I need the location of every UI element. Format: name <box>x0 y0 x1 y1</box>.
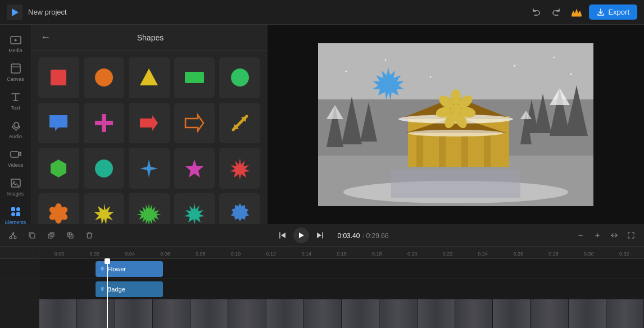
fit-icon <box>610 231 618 239</box>
skip-back-button[interactable] <box>275 228 290 243</box>
shape-flower-orange[interactable] <box>38 193 79 224</box>
badge-clip-label: Badge <box>107 286 125 293</box>
ruler-mark: 0:30 <box>571 251 606 257</box>
badge-clip[interactable]: ❋ Badge <box>96 281 163 297</box>
sidebar-item-canvas[interactable]: Canvas <box>0 58 31 86</box>
video-thumb-seg <box>191 299 228 328</box>
ruler-mark: 0:12 <box>253 251 289 257</box>
ruler-mark: 0:06 <box>147 251 183 257</box>
video-thumb-seg <box>379 299 417 328</box>
shape-sun-yellow[interactable] <box>84 193 125 224</box>
total-time: 0:29.66 <box>366 232 389 240</box>
elements-icon <box>10 206 22 218</box>
playhead[interactable] <box>107 259 108 328</box>
shape-square[interactable] <box>38 57 79 98</box>
ruler-mark: 0:14 <box>289 251 324 257</box>
ruler-mark: 0:16 <box>324 251 360 257</box>
audio-icon <box>10 120 22 132</box>
fit-button[interactable] <box>607 228 622 243</box>
zoom-out-button[interactable] <box>573 228 588 243</box>
shape-cross[interactable] <box>84 103 125 144</box>
svg-marker-85 <box>299 233 304 238</box>
sidebar-item-videos[interactable]: Videos <box>0 144 31 172</box>
undo-icon <box>532 8 541 17</box>
main-area: Media Canvas Text Audio <box>0 25 644 224</box>
crown-icon <box>570 6 583 19</box>
svg-point-58 <box>514 65 516 66</box>
send-backward-button[interactable] <box>63 228 78 243</box>
sidebar-label-videos: Videos <box>8 162 23 168</box>
copy-icon <box>28 231 36 239</box>
svg-rect-20 <box>51 70 66 85</box>
shape-arrow-diagonal[interactable] <box>219 103 260 144</box>
shape-star-teal[interactable] <box>174 193 215 224</box>
app-logo <box>7 4 22 20</box>
svg-marker-22 <box>140 69 158 85</box>
shapes-panel: ← Shapes <box>31 25 267 224</box>
svg-rect-1 <box>572 15 582 17</box>
sidebar-label-media: Media <box>8 48 22 53</box>
svg-rect-51 <box>484 136 491 167</box>
svg-rect-50 <box>461 136 468 167</box>
ruler-mark: 0:26 <box>501 251 536 257</box>
sidebar-item-images[interactable]: Images <box>0 172 31 201</box>
svg-point-57 <box>430 76 432 78</box>
fullscreen-button[interactable] <box>624 228 638 243</box>
export-button[interactable]: Export <box>589 4 637 20</box>
shape-hexagon[interactable] <box>38 148 79 189</box>
shape-star-5[interactable] <box>174 148 215 189</box>
shape-rect-green[interactable] <box>174 57 215 98</box>
shape-star-burst[interactable] <box>219 148 260 189</box>
video-thumb-seg <box>418 299 455 328</box>
svg-marker-40 <box>94 203 114 224</box>
svg-point-21 <box>95 69 113 86</box>
skip-forward-button[interactable] <box>312 228 327 243</box>
yellow-flower-overlay <box>428 81 484 138</box>
shape-arrow-right-red[interactable] <box>129 103 170 144</box>
shape-badge-blue[interactable] <box>219 193 260 224</box>
sidebar-item-elements[interactable]: Elements <box>0 201 31 224</box>
sidebar: Media Canvas Text Audio <box>0 25 31 224</box>
video-thumb-seg <box>342 299 379 328</box>
sidebar-item-text[interactable]: Text <box>0 86 31 115</box>
track-labels <box>0 247 39 328</box>
ruler-mark: 0:20 <box>394 251 430 257</box>
shape-circle-orange[interactable] <box>84 57 125 98</box>
flower-track-row: ❋ Flower <box>39 259 644 279</box>
shape-arrow-right-outline[interactable] <box>174 103 215 144</box>
fullscreen-icon <box>627 231 635 239</box>
images-icon <box>10 177 22 189</box>
shape-speech-bubble[interactable] <box>38 103 79 144</box>
shape-sun-green[interactable] <box>129 193 170 224</box>
sidebar-item-media[interactable]: Media <box>0 29 31 58</box>
media-icon <box>10 34 22 46</box>
shape-circle-green[interactable] <box>219 57 260 98</box>
svg-point-60 <box>570 73 572 75</box>
premium-button[interactable] <box>569 4 584 20</box>
back-button[interactable]: ← <box>40 31 51 43</box>
svg-point-24 <box>231 69 249 86</box>
svg-marker-30 <box>51 160 66 177</box>
bring-forward-button[interactable] <box>44 228 58 243</box>
svg-point-31 <box>95 160 113 177</box>
sidebar-label-images: Images <box>7 191 24 197</box>
svg-rect-3 <box>11 64 20 73</box>
copy-button[interactable] <box>25 228 39 243</box>
cut-button[interactable] <box>6 228 20 243</box>
play-button[interactable] <box>293 227 309 243</box>
svg-point-8 <box>13 181 15 183</box>
shape-star-4[interactable] <box>129 148 170 189</box>
redo-icon <box>552 8 561 17</box>
undo-button[interactable] <box>528 4 544 20</box>
video-thumb-seg <box>493 299 530 328</box>
shape-triangle[interactable] <box>129 57 170 98</box>
redo-button[interactable] <box>548 4 564 20</box>
panel-header: ← Shapes <box>31 25 267 51</box>
sidebar-item-audio[interactable]: Audio <box>0 115 31 144</box>
zoom-in-button[interactable] <box>590 228 605 243</box>
tracks-area[interactable]: 0:00 0:02 0:04 0:06 0:08 0:10 0:12 0:14 … <box>39 247 644 328</box>
delete-button[interactable] <box>82 228 97 243</box>
shape-circle-teal[interactable] <box>84 148 125 189</box>
ruler-mark: 0:24 <box>465 251 501 257</box>
sidebar-label-canvas: Canvas <box>7 76 24 82</box>
